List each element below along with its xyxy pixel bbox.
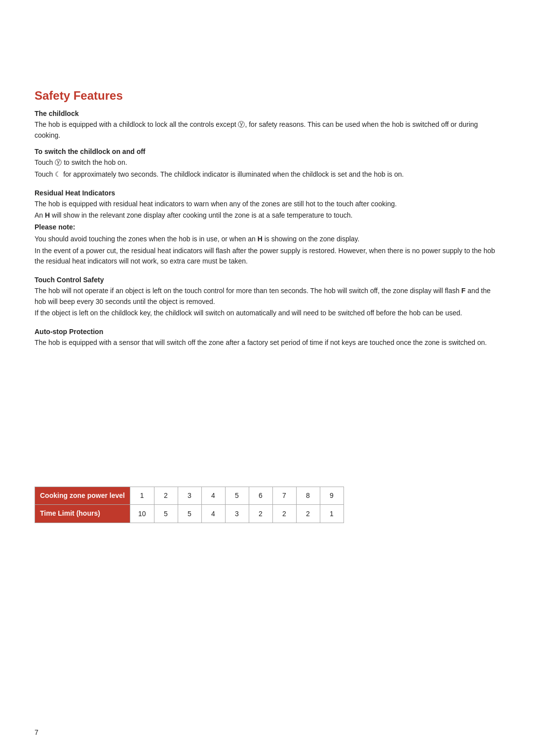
residual-heat-heading: Residual Heat Indicators: [35, 189, 498, 197]
time-5: 3: [225, 505, 249, 523]
switch-childlock-section: To switch the childlock on and off Touch…: [35, 148, 498, 180]
col-1: 1: [130, 487, 154, 505]
time-4: 4: [201, 505, 225, 523]
col-2: 2: [154, 487, 178, 505]
col-9: 9: [320, 487, 343, 505]
childlock-heading: The childlock: [35, 110, 498, 117]
time-6: 2: [249, 505, 272, 523]
time-3: 5: [178, 505, 201, 523]
switch-childlock-body: Touch ⓨ to switch the hob on. Touch ☾ fo…: [35, 157, 498, 180]
col-3: 3: [178, 487, 201, 505]
childlock-text1: The hob is equipped with a childlock to …: [35, 119, 498, 141]
auto-stop-table-container: Cooking zone power level 1 2 3 4 5 6 7 8…: [35, 487, 498, 523]
table-row-time: Time Limit (hours) 10 5 5 4 3 2 2 2 1: [35, 505, 344, 523]
auto-stop-heading: Auto-stop Protection: [35, 328, 498, 336]
please-note-text1: You should avoid touching the zones when…: [35, 234, 498, 245]
touch-control-heading: Touch Control Safety: [35, 276, 498, 284]
col-5: 5: [225, 487, 249, 505]
col-7: 7: [272, 487, 296, 505]
auto-stop-body: The hob is equipped with a sensor that w…: [35, 338, 498, 348]
switch-childlock-heading: To switch the childlock on and off: [35, 148, 498, 155]
residual-heat-text1: The hob is equipped with residual heat i…: [35, 199, 498, 210]
childlock-body: The hob is equipped with a childlock to …: [35, 119, 498, 141]
col-8: 8: [296, 487, 320, 505]
touch-control-section: Touch Control Safety The hob will not op…: [35, 276, 498, 319]
time-9: 1: [320, 505, 343, 523]
touch-control-text1: The hob will not operate if an object is…: [35, 286, 498, 307]
switch-line2: Touch ☾ for approximately two seconds. T…: [35, 169, 498, 180]
childlock-section: The childlock The hob is equipped with a…: [35, 110, 498, 180]
page-number: 7: [35, 728, 38, 736]
time-limit-header: Time Limit (hours): [35, 505, 130, 523]
residual-heat-text2: An H will show in the relevant zone disp…: [35, 210, 498, 221]
auto-stop-text1: The hob is equipped with a sensor that w…: [35, 338, 498, 348]
page-title: Safety Features: [35, 89, 498, 103]
touch-control-text2: If the object is left on the childlock k…: [35, 308, 498, 319]
time-7: 2: [272, 505, 296, 523]
col-6: 6: [249, 487, 272, 505]
auto-stop-section: Auto-stop Protection The hob is equipped…: [35, 328, 498, 348]
time-2: 5: [154, 505, 178, 523]
switch-line1: Touch ⓨ to switch the hob on.: [35, 157, 498, 168]
table-row-header: Cooking zone power level 1 2 3 4 5 6 7 8…: [35, 487, 344, 505]
residual-heat-section: Residual Heat Indicators The hob is equi…: [35, 189, 498, 267]
col-4: 4: [201, 487, 225, 505]
please-note-heading: Please note:: [35, 222, 498, 233]
please-note-text2: In the event of a power cut, the residua…: [35, 246, 498, 267]
touch-control-body: The hob will not operate if an object is…: [35, 286, 498, 319]
cooking-zone-header: Cooking zone power level: [35, 487, 130, 505]
residual-heat-body: The hob is equipped with residual heat i…: [35, 199, 498, 267]
power-time-table: Cooking zone power level 1 2 3 4 5 6 7 8…: [35, 487, 344, 523]
time-1: 10: [130, 505, 154, 523]
time-8: 2: [296, 505, 320, 523]
